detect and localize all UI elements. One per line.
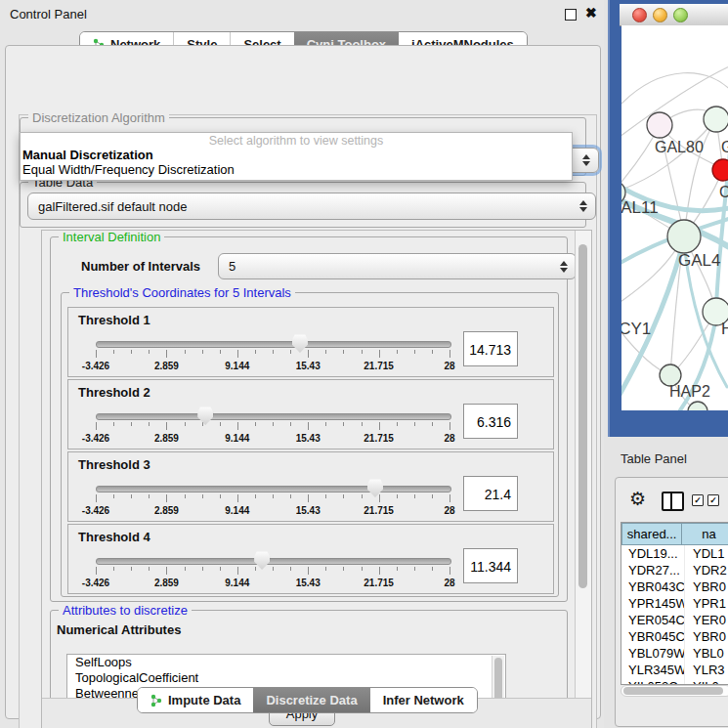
table-cell: YBR043C (621, 578, 685, 595)
vertical-scrollbar[interactable] (575, 231, 591, 698)
interval-group-title: Interval Definition (59, 231, 164, 244)
table-data-combobox[interactable]: galFiltered.sif default node (27, 193, 596, 220)
float-window-icon[interactable] (565, 9, 577, 21)
node-top-right[interactable] (704, 107, 728, 132)
node-attribute-table[interactable]: shared...na YDL19...YDL1YDR27...YDR2YBR0… (621, 522, 728, 685)
slider-tick (237, 422, 238, 430)
table-row[interactable]: YER054CYER0 (621, 612, 728, 628)
checkbox-icon[interactable]: ✓ (707, 494, 719, 506)
slider-tick (96, 494, 97, 502)
node-bottom[interactable] (688, 402, 707, 410)
num-intervals-combobox[interactable]: 5 (218, 253, 577, 279)
slider-tick (397, 350, 398, 354)
slider-track[interactable] (96, 413, 451, 420)
table-panel: ⚙ ✓ ✓ shared...na YDL19...YDL1YDR27...YD… (615, 477, 728, 727)
attribute-list-item[interactable]: TopologicalCoefficient (67, 670, 505, 686)
table-row[interactable]: YIL052CYIL0 (621, 678, 728, 685)
threshold-value-field[interactable]: 11.344 (463, 548, 518, 583)
slider-track[interactable] (96, 558, 451, 565)
slider-tick (308, 422, 309, 430)
node-red-selected[interactable] (712, 159, 728, 181)
slider-tick (202, 350, 203, 354)
table-horizontal-scrollbar[interactable] (621, 685, 728, 697)
slider-tick (113, 494, 114, 498)
slider-tick-label: 15.43 (296, 361, 321, 371)
slider-tick (220, 494, 221, 498)
network-window-titlebar[interactable] (620, 4, 728, 26)
scrollbar-thumb[interactable] (623, 687, 723, 695)
checkbox-icon[interactable]: ✓ (692, 494, 704, 506)
table-row[interactable]: YBL079WYBL0 (621, 645, 728, 662)
slider-tick (131, 567, 132, 571)
slider-tick (273, 494, 274, 498)
slider-thumb[interactable] (197, 407, 213, 425)
slider-track[interactable] (96, 341, 451, 348)
threshold-label: Threshold 1 (78, 313, 150, 327)
attribute-list-item[interactable]: SelfLoops (67, 655, 505, 670)
slider-tick (414, 567, 415, 571)
table-cell: YLR3 (685, 662, 728, 678)
table-row[interactable]: YPR145WYPR1 (621, 595, 728, 612)
table-row[interactable]: YDL19...YDL1 (621, 545, 728, 562)
slider-tick (185, 350, 186, 354)
slider-thumb[interactable] (292, 334, 308, 353)
slider-tick (220, 350, 221, 354)
slider-tick-label: 2.859 (154, 361, 179, 371)
table-cell: YPR145W (621, 595, 685, 612)
minimize-traffic-light-icon[interactable] (653, 8, 667, 22)
dropdown-option[interactable]: Equal Width/Frequency Discretization (21, 162, 572, 177)
split-view-icon[interactable] (662, 492, 684, 511)
slider-tick-label: -3.426 (82, 361, 109, 371)
close-traffic-light-icon[interactable] (632, 8, 647, 22)
close-icon[interactable]: ✖ (585, 5, 597, 21)
slider-tick (255, 422, 256, 426)
threshold-slider[interactable]: -3.4262.8599.14415.4321.71528 (96, 406, 450, 447)
node-gal80[interactable] (647, 112, 672, 138)
control-panel: Control Panel ✖ NetworkStyleSelectCyni T… (0, 0, 604, 728)
table-row[interactable]: YBR043CYBR0 (621, 578, 728, 595)
dropdown-option[interactable]: Manual Discretization (21, 148, 572, 162)
node-gal4[interactable] (667, 220, 701, 253)
combo-arrows-icon (581, 153, 590, 167)
threshold-value-field[interactable]: 21.4 (463, 476, 518, 511)
table-cell: YDR27... (621, 562, 685, 578)
table-column-header[interactable]: shared... (621, 523, 682, 545)
threshold-value-field[interactable]: 14.713 (463, 331, 518, 366)
threshold-slider[interactable]: -3.4262.8599.14415.4321.71528 (96, 550, 450, 591)
threshold-slider[interactable]: -3.4262.8599.14415.4321.71528 (96, 333, 450, 374)
tab-infer-network[interactable]: Infer Network (370, 688, 477, 712)
slider-tick (290, 494, 291, 498)
table-cell: YDR2 (685, 562, 728, 578)
table-row[interactable]: YBR045CYBR0 (621, 628, 728, 645)
table-row[interactable]: YDR27...YDR2 (621, 562, 728, 578)
attributes-list-scrollbar[interactable] (492, 656, 504, 698)
threshold-value-field[interactable]: 6.316 (463, 404, 518, 439)
slider-thumb[interactable] (367, 479, 383, 497)
slider-tick (220, 422, 221, 426)
slider-tick (450, 350, 450, 358)
table-row[interactable]: YLR345WYLR3 (621, 662, 728, 678)
gear-icon[interactable]: ⚙ (629, 488, 646, 510)
algorithm-group-title: Discretization Algorithm (28, 110, 169, 125)
slider-tick (432, 350, 433, 354)
table-column-header[interactable]: na (682, 523, 728, 545)
slider-tick-label: 2.859 (154, 578, 179, 588)
slider-thumb[interactable] (254, 551, 270, 570)
slider-track[interactable] (96, 486, 451, 492)
slider-tick-label: -3.426 (82, 578, 109, 588)
table-panel-toolbar: ⚙ ✓ ✓ (616, 486, 728, 519)
threshold-label: Threshold 3 (78, 457, 150, 472)
slider-tick (113, 350, 114, 354)
node-label-c: C (719, 184, 728, 200)
num-intervals-label: Number of Intervals (81, 259, 200, 274)
network-canvas[interactable]: GAL80 GA C GAL11 GAL4 GCY1 H HAP2 (621, 25, 728, 410)
tab-impute-data[interactable]: Impute Data (138, 688, 253, 712)
threshold-slider[interactable]: -3.4262.8599.14415.4321.71528 (96, 478, 450, 519)
zoom-traffic-light-icon[interactable] (673, 8, 688, 22)
tab-discretize-data[interactable]: Discretize Data (253, 688, 369, 712)
scrollbar-thumb[interactable] (578, 244, 587, 588)
slider-tick (362, 494, 363, 498)
interval-definition-group: Interval Definition Number of Intervals … (50, 236, 568, 602)
slider-tick (432, 494, 433, 498)
cyni-toolbox-panel: Discretization Algorithm Select algorith… (5, 45, 601, 719)
